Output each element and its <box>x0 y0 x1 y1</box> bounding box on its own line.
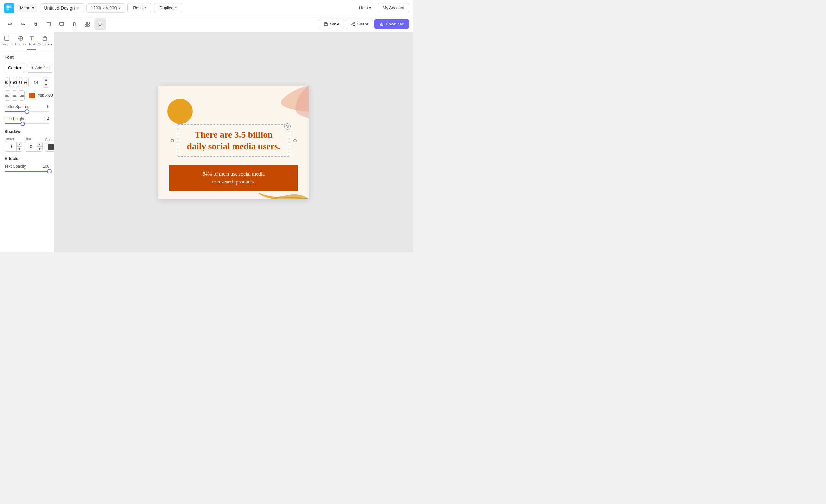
add-font-label: Add font <box>35 66 50 70</box>
top-bar: Menu ▾ Untitled Design ✏ 1200px × 900px … <box>0 0 413 16</box>
shadow-offset-input: ▲ ▼ <box>4 142 22 151</box>
undo-button[interactable]: ↩ <box>4 18 15 30</box>
text-opacity-section: Text Opacity 100 <box>4 164 49 172</box>
help-button[interactable]: Help ▾ <box>355 4 375 12</box>
redo-button[interactable]: ↪ <box>17 18 28 30</box>
text-color-swatch[interactable]: #db5400 <box>26 90 54 100</box>
font-dropdown-chevron-icon: ▾ <box>19 65 21 70</box>
text-icon <box>29 36 35 41</box>
svg-rect-4 <box>60 22 64 25</box>
canvas-area[interactable]: There are 3.5 billion daily social media… <box>54 32 413 252</box>
format-row: B I BI U S ▲ ▼ <box>4 77 49 88</box>
align-right-button[interactable] <box>19 90 24 101</box>
canvas-text-box[interactable]: There are 3.5 billion daily social media… <box>178 124 289 157</box>
shadow-offset-up[interactable]: ▲ <box>17 142 22 147</box>
svg-rect-2 <box>7 8 9 10</box>
letter-spacing-fill <box>4 111 27 112</box>
svg-rect-3 <box>46 23 50 26</box>
shadow-row: Offset ▲ ▼ Blur <box>4 137 49 151</box>
shadow-blur-value[interactable] <box>25 142 37 151</box>
line-height-section: Line Height 1.4 <box>4 117 49 124</box>
canvas-wrapper: There are 3.5 billion daily social media… <box>159 86 309 199</box>
rotate-icon <box>286 124 289 128</box>
text-opacity-thumb[interactable] <box>47 169 52 174</box>
font-dropdown[interactable]: Cardo ▾ <box>4 63 25 73</box>
font-size-down-button[interactable]: ▼ <box>43 82 49 87</box>
dimensions-display: 1200px × 900px <box>86 3 125 13</box>
graphics-icon <box>42 36 48 41</box>
resize-handle-left[interactable] <box>171 139 174 142</box>
account-button[interactable]: My Account <box>378 3 409 13</box>
layer-up-button[interactable] <box>56 18 67 30</box>
shadow-color-swatch[interactable]: #454545 <box>45 142 54 151</box>
share-icon <box>350 22 355 26</box>
line-height-thumb[interactable] <box>20 122 25 126</box>
download-button[interactable]: Download <box>374 19 409 29</box>
svg-rect-6 <box>87 22 90 24</box>
title-area[interactable]: Untitled Design ✏ <box>40 3 84 13</box>
shadow-offset-label: Offset <box>4 137 22 141</box>
shadow-blur-field: Blur ▲ ▼ <box>25 137 43 151</box>
align-left-button[interactable] <box>4 90 10 101</box>
font-size-input: ▲ ▼ <box>28 77 49 88</box>
text-opacity-fill <box>4 171 49 172</box>
italic-button[interactable]: I <box>9 77 11 87</box>
letter-spacing-label: Letter Spacing <box>4 105 30 109</box>
tab-effects[interactable]: Effects <box>14 32 27 50</box>
svg-rect-14 <box>4 36 9 41</box>
shadow-blur-down[interactable]: ▼ <box>37 147 42 151</box>
save-button[interactable]: Save <box>319 19 345 29</box>
underline-toggle-button[interactable]: U <box>94 18 106 30</box>
properties-panel: Font Cardo ▾ ✦ Add font B I BI U S <box>0 50 54 252</box>
add-font-button[interactable]: ✦ Add font <box>27 64 53 73</box>
svg-rect-7 <box>85 24 87 26</box>
align-left-icon <box>5 93 10 98</box>
svg-point-11 <box>354 22 355 23</box>
shadow-color-field: Color #454545 <box>45 138 54 151</box>
shadow-blur-up[interactable]: ▲ <box>37 142 42 147</box>
font-size-up-button[interactable]: ▲ <box>43 77 49 82</box>
text-opacity-slider[interactable] <box>4 171 49 172</box>
svg-rect-5 <box>85 22 87 24</box>
svg-rect-10 <box>325 22 327 23</box>
menu-button[interactable]: Menu ▾ <box>17 4 38 12</box>
align-center-button[interactable] <box>12 90 17 101</box>
font-size-arrows: ▲ ▼ <box>43 77 49 88</box>
text-opacity-label: Text Opacity <box>4 164 26 169</box>
bkgrnd-icon <box>4 36 10 41</box>
line-height-slider[interactable] <box>4 123 49 124</box>
letter-spacing-thumb[interactable] <box>25 109 30 114</box>
share-button[interactable]: Share <box>346 19 373 29</box>
grid-button[interactable] <box>81 18 93 30</box>
font-size-field[interactable] <box>28 77 43 87</box>
rotate-handle[interactable] <box>284 123 291 130</box>
shadow-offset-down[interactable]: ▼ <box>17 147 22 151</box>
delete-button[interactable] <box>68 18 80 30</box>
canvas-background[interactable]: There are 3.5 billion daily social media… <box>159 86 309 199</box>
underline-button[interactable]: U <box>19 77 22 87</box>
align-center-icon <box>12 93 17 98</box>
duplicate-button[interactable]: Duplicate <box>154 3 182 13</box>
main-content: Bkgrnd Effects Text Graphics Shapes Font <box>0 32 413 252</box>
tab-text[interactable]: Text <box>27 32 36 50</box>
layer-down-button[interactable] <box>43 18 54 30</box>
align-right-icon <box>19 93 24 98</box>
resize-button[interactable]: Resize <box>127 3 151 13</box>
bold-button[interactable]: B <box>4 77 8 87</box>
effects-section-title: Effects <box>4 156 49 161</box>
help-chevron-icon: ▾ <box>369 5 371 10</box>
app-logo[interactable] <box>4 3 14 13</box>
tab-bkgrnd[interactable]: Bkgrnd <box>0 32 14 50</box>
resize-handle-right[interactable] <box>293 139 297 142</box>
shadow-section-title: Shadow <box>4 129 49 134</box>
tab-graphics[interactable]: Graphics <box>36 32 53 50</box>
shadow-color-label: Color <box>45 138 54 141</box>
letter-spacing-slider[interactable] <box>4 111 49 112</box>
left-panel: Bkgrnd Effects Text Graphics Shapes Font <box>0 32 54 252</box>
copy-button[interactable]: ⧉ <box>30 18 41 30</box>
bold-italic-button[interactable]: BI <box>13 77 17 87</box>
strikethrough-button[interactable]: S <box>23 77 27 87</box>
shadow-offset-value[interactable] <box>5 142 16 151</box>
svg-rect-1 <box>9 5 12 8</box>
svg-point-13 <box>351 23 352 24</box>
